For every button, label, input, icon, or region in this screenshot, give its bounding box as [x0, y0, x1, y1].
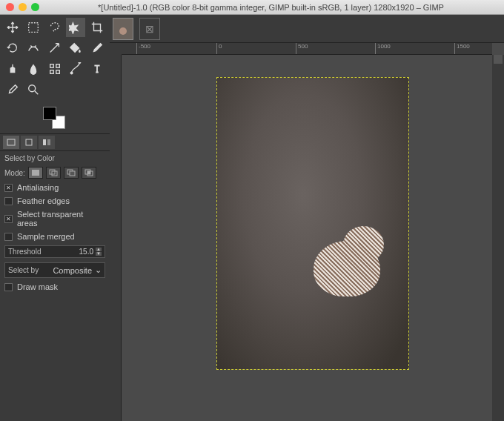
chevron-down-icon: ⌄ — [95, 265, 102, 275]
tab-brushes[interactable] — [39, 136, 55, 149]
antialiasing-check[interactable]: ✕Antialiasing — [4, 183, 105, 192]
dock-tabs — [0, 133, 110, 151]
tool-text[interactable] — [87, 59, 107, 79]
scrollbar-vertical[interactable] — [492, 55, 504, 421]
tool-rotate[interactable] — [3, 39, 22, 58]
draw-mask-check[interactable]: Draw mask — [4, 282, 105, 291]
window-minimize-button[interactable] — [19, 3, 27, 11]
tool-rect-select[interactable] — [24, 18, 43, 37]
ruler-horizontal[interactable]: -500 0 500 1000 1500 — [122, 43, 492, 55]
svg-rect-0 — [29, 23, 39, 33]
window-close-button[interactable] — [6, 3, 14, 11]
svg-rect-16 — [70, 171, 75, 176]
ruler-origin[interactable] — [110, 43, 122, 55]
svg-rect-4 — [56, 70, 60, 74]
svg-rect-9 — [26, 139, 32, 145]
svg-rect-11 — [47, 139, 50, 145]
mode-add[interactable] — [46, 167, 61, 179]
foreground-color[interactable] — [43, 107, 56, 120]
tool-bucket[interactable] — [66, 39, 85, 58]
threshold-spinner[interactable]: ▲▼ — [96, 248, 102, 256]
svg-rect-19 — [87, 171, 90, 174]
tool-paintbrush[interactable] — [87, 39, 107, 58]
toolbox — [0, 15, 110, 102]
svg-rect-2 — [56, 64, 60, 68]
color-swatches[interactable] — [0, 102, 110, 133]
tool-fuzzy-select[interactable] — [66, 18, 85, 37]
close-image-button[interactable]: ⊠ — [139, 18, 160, 40]
svg-rect-1 — [50, 64, 53, 68]
mode-label: Mode: — [4, 169, 25, 177]
canvas[interactable] — [122, 55, 492, 421]
threshold-input[interactable] — [71, 248, 93, 256]
titlebar: *[Untitled]-1.0 (RGB color 8-bit gamma i… — [0, 0, 504, 15]
nav-button[interactable] — [494, 55, 503, 64]
tool-warp[interactable] — [24, 39, 43, 58]
tool-crop[interactable] — [87, 18, 107, 37]
tool-move[interactable] — [3, 18, 22, 37]
tool-free-select[interactable] — [45, 18, 64, 37]
ruler-vertical[interactable] — [110, 43, 122, 421]
image-thumb[interactable] — [113, 18, 133, 40]
left-panel: Select by Color Mode: ✕Antialiasing Feat… — [0, 15, 110, 421]
svg-rect-8 — [7, 139, 15, 145]
options-header: Select by Color — [4, 154, 105, 162]
svg-rect-12 — [32, 170, 39, 176]
threshold-field[interactable]: Threshold ▲▼ — [4, 245, 105, 258]
select-by-dropdown[interactable]: Select by Composite⌄ — [4, 262, 105, 278]
svg-point-5 — [70, 72, 73, 74]
svg-rect-10 — [43, 139, 46, 145]
tool-transform[interactable] — [45, 39, 64, 58]
window-title: *[Untitled]-1.0 (RGB color 8-bit gamma i… — [44, 3, 498, 12]
mode-intersect[interactable] — [82, 167, 96, 179]
tool-smudge[interactable] — [24, 59, 43, 79]
sample-merged-check[interactable]: Sample merged — [4, 232, 105, 241]
mode-subtract[interactable] — [64, 167, 79, 179]
tool-color-picker[interactable] — [3, 80, 22, 99]
canvas-area: ⊠ -500 0 500 1000 1500 — [110, 15, 504, 421]
transparent-check[interactable]: ✕Select transparent areas — [4, 210, 105, 228]
window-maximize-button[interactable] — [31, 3, 39, 11]
tool-zoom[interactable] — [24, 80, 43, 99]
svg-rect-3 — [50, 70, 53, 74]
mode-replace[interactable] — [28, 167, 43, 179]
tool-clone[interactable] — [3, 59, 22, 79]
svg-point-6 — [79, 62, 81, 63]
tab-tool-options[interactable] — [3, 136, 19, 149]
tool-path[interactable] — [66, 59, 85, 79]
tab-device[interactable] — [21, 136, 37, 149]
svg-point-7 — [29, 85, 36, 92]
image-tabs: ⊠ — [110, 15, 504, 43]
tool-align[interactable] — [45, 59, 64, 79]
feather-check[interactable]: Feather edges — [4, 196, 105, 205]
tool-options: Select by Color Mode: ✕Antialiasing Feat… — [0, 151, 110, 294]
image-content — [216, 77, 409, 370]
selection-region — [306, 226, 388, 300]
